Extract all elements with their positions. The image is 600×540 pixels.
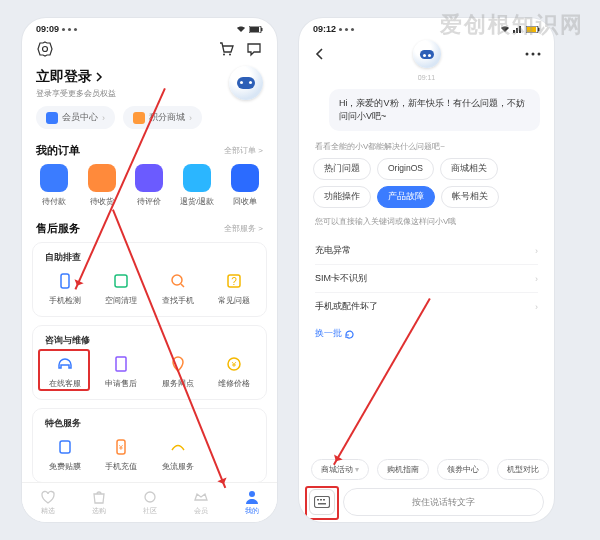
svg-point-26 [526, 53, 529, 56]
member-chips: 会员中心› 积分商城› [22, 106, 277, 139]
svg-rect-24 [527, 27, 536, 32]
tab-mine[interactable]: 我的 [244, 489, 260, 516]
order-recycle[interactable]: 回收单 [224, 164, 266, 207]
selfcheck-title: 自助排查 [37, 251, 262, 270]
pill-account[interactable]: 帐号相关 [441, 186, 499, 208]
crown-icon [193, 489, 209, 505]
phone-check[interactable]: 手机检测 [40, 270, 90, 306]
pill-fault[interactable]: 产品故障 [377, 186, 435, 208]
member-center-chip[interactable]: 会员中心› [36, 106, 115, 129]
points-mall-chip[interactable]: 积分商城› [123, 106, 202, 129]
message-icon [246, 41, 262, 57]
form-icon [112, 355, 130, 373]
chat-timestamp: 09:11 [299, 72, 554, 85]
svg-point-18 [145, 492, 155, 502]
order-refund[interactable]: 退货/退款 [176, 164, 218, 207]
cart-button[interactable] [217, 40, 235, 58]
order-pending-ship[interactable]: 待收货 [81, 164, 123, 207]
orders-all-link[interactable]: 全部订单 > [224, 145, 263, 156]
aftersale-header: 售后服务 全部服务 > [22, 217, 277, 242]
cart-icon [218, 41, 234, 57]
wifi-icon [236, 25, 246, 33]
svg-text:¥: ¥ [231, 360, 237, 369]
signal-icon [513, 25, 523, 33]
keyboard-button[interactable] [309, 489, 335, 515]
gear-icon [37, 41, 53, 57]
svg-point-19 [249, 491, 255, 497]
heart-icon [40, 489, 56, 505]
space-clean[interactable]: 空间清理 [96, 270, 146, 306]
category-pills: 热门问题 OriginOS 商城相关 功能操作 产品故障 帐号相关 [299, 158, 554, 214]
svg-rect-15 [60, 441, 70, 453]
apply-aftersale[interactable]: 申请售后 [96, 353, 146, 389]
svg-rect-8 [115, 275, 127, 287]
login-section[interactable]: 立即登录 登录享受更多会员权益 [22, 64, 277, 106]
faq[interactable]: ?常见问题 [209, 270, 259, 306]
suggestion-list: 充电异常› SIM卡不识别› 手机或配件坏了› [299, 233, 554, 322]
refresh-icon [345, 330, 354, 339]
svg-rect-31 [320, 499, 322, 501]
suggestion-3[interactable]: 手机或配件坏了› [315, 293, 538, 320]
aftersale-all-link[interactable]: 全部服务 > [224, 223, 263, 234]
battery-icon [526, 26, 540, 33]
phone-profile: 09:09 立即登 [22, 18, 277, 522]
ql-mall-activity[interactable]: 商城活动 ▾ [311, 459, 369, 480]
phone-recharge[interactable]: ¥手机充值 [96, 436, 146, 472]
pill-hot[interactable]: 热门问题 [313, 158, 371, 180]
chat-header [299, 36, 554, 72]
hint-1: 看看全能的小V都能解决什么问题吧~ [299, 139, 554, 158]
input-bar: 按住说话转文字 [299, 488, 554, 516]
svg-rect-1 [250, 27, 259, 32]
order-pending-pay[interactable]: 待付款 [33, 164, 75, 207]
free-data[interactable]: 免流服务 [153, 436, 203, 472]
free-film[interactable]: 免费贴膜 [40, 436, 90, 472]
location-icon [169, 355, 187, 373]
ql-coupon[interactable]: 领券中心 [437, 459, 489, 480]
ql-compare[interactable]: 机型对比 [497, 459, 549, 480]
battery-icon [249, 26, 263, 33]
wifi-icon [500, 25, 510, 33]
film-icon [56, 438, 74, 456]
tab-member[interactable]: 会员 [193, 489, 209, 516]
top-bar [22, 36, 277, 64]
back-button[interactable] [311, 45, 329, 63]
special-empty [209, 436, 259, 472]
tab-shop[interactable]: 选购 [91, 489, 107, 516]
suggestion-2[interactable]: SIM卡不识别› [315, 265, 538, 293]
hint-2: 您可以直接输入关键词或像这样问小V哦 [299, 214, 554, 233]
message-button[interactable] [245, 40, 263, 58]
service-point[interactable]: 服务网点 [153, 353, 203, 389]
avatar[interactable] [229, 66, 263, 100]
svg-point-6 [229, 54, 231, 56]
svg-rect-25 [538, 28, 540, 31]
consult-title: 咨询与维修 [37, 334, 262, 353]
phone-chat: 09:12 09:11 Hi，亲爱的V粉，新年快乐！有什么问题，不妨问问小V吧~… [299, 18, 554, 522]
tab-featured[interactable]: 精选 [40, 489, 56, 516]
find-phone[interactable]: 查找手机 [153, 270, 203, 306]
refresh-button[interactable]: 换一批 [299, 322, 554, 344]
svg-rect-30 [317, 499, 319, 501]
special-box: 特色服务 免费贴膜 ¥手机充值 免流服务 [32, 408, 267, 483]
svg-marker-3 [38, 42, 52, 56]
settings-button[interactable] [36, 40, 54, 58]
status-time: 09:12 [313, 24, 336, 34]
selfcheck-box: 自助排查 手机检测 空间清理 查找手机 ?常见问题 [32, 242, 267, 317]
clean-icon [112, 272, 130, 290]
order-pending-review[interactable]: 待评价 [128, 164, 170, 207]
suggestion-1[interactable]: 充电异常› [315, 237, 538, 265]
online-service[interactable]: 在线客服 [40, 353, 90, 389]
pill-mall[interactable]: 商城相关 [440, 158, 498, 180]
voice-input[interactable]: 按住说话转文字 [343, 488, 544, 516]
recycle-icon [231, 164, 259, 192]
box-icon [88, 164, 116, 192]
pill-function[interactable]: 功能操作 [313, 186, 371, 208]
repair-price[interactable]: ¥维修价格 [209, 353, 259, 389]
svg-text:¥: ¥ [119, 444, 123, 451]
tab-community[interactable]: 社区 [142, 489, 158, 516]
ql-buy-guide[interactable]: 购机指南 [377, 459, 429, 480]
person-icon [244, 489, 260, 505]
pill-originos[interactable]: OriginOS [377, 158, 434, 180]
svg-rect-12 [116, 357, 126, 371]
more-button[interactable] [524, 45, 542, 63]
svg-point-28 [538, 53, 541, 56]
